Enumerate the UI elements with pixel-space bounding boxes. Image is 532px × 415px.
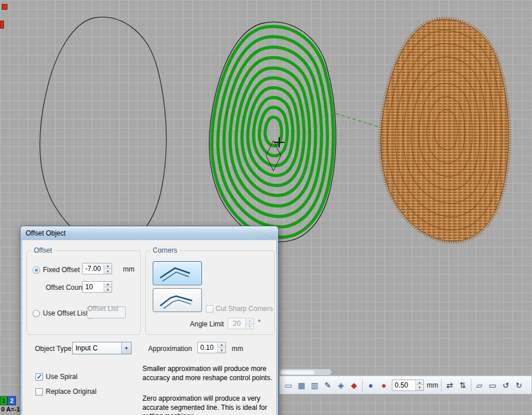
edit-nodes-icon[interactable]: ✎	[323, 380, 333, 390]
spin-up-icon[interactable]: ▲	[218, 342, 225, 348]
dialog-titlebar[interactable]: Offset Object	[21, 226, 278, 240]
toolbar-separator	[471, 379, 471, 392]
rotate-ccw-icon[interactable]: ↺	[501, 380, 511, 390]
outline-width-value: 0.50	[392, 380, 415, 390]
corners-group-label: Corners	[150, 246, 180, 254]
red-diamond-icon[interactable]: ◆	[349, 380, 359, 390]
spin-up-icon[interactable]: ▲	[416, 380, 423, 385]
replace-original-checkbox[interactable]	[35, 388, 43, 396]
blue-node-icon[interactable]: ●	[366, 380, 376, 390]
grid-icon[interactable]: ▦	[296, 380, 307, 390]
mirror-vertical-icon[interactable]: ⇅	[458, 380, 468, 390]
bevel-corner-button[interactable]	[153, 288, 202, 312]
approximation-label: Approximation	[148, 345, 192, 353]
scrollbar-thumb[interactable]	[281, 370, 315, 374]
spin-down-icon[interactable]: ▼	[104, 287, 112, 293]
diamond-icon[interactable]: ◈	[336, 380, 346, 390]
align-icon[interactable]: ▭	[283, 380, 293, 390]
red-node-icon[interactable]: ●	[379, 380, 389, 390]
sharp-corner-button[interactable]	[153, 261, 202, 285]
canvas-marker-icon	[0, 21, 4, 29]
toolbar-separator	[441, 379, 442, 392]
offset-count-label: Offset Count	[46, 284, 84, 292]
dialog-body: Offset Fixed Offset -7.00 ▲▼ mm Offset C…	[22, 240, 276, 415]
approximation-unit: mm	[232, 345, 243, 353]
skew-vertical-icon[interactable]: ▭	[487, 380, 498, 390]
approximation-note-2: Zero approximation will produce a very a…	[142, 394, 276, 415]
guideline-icon[interactable]: ▥	[309, 380, 320, 390]
rotate-cw-icon[interactable]: ↻	[514, 380, 524, 390]
corners-group: Corners Cut Sharp Corners Angle Limit	[145, 250, 275, 335]
bottom-toolbar: ▭ ▦ ▥ ✎ ◈ ◆ ● ● 0.50 ▲▼ mm ⇄ ⇅ ▱ ▭ ↺ ↻	[279, 376, 532, 394]
dialog-title: Offset Object	[26, 229, 66, 237]
offset-object-dialog: Offset Object Offset Fixed Offset -7.00 …	[20, 226, 279, 415]
spin-down-icon[interactable]: ▼	[104, 269, 112, 274]
fixed-offset-value: -7.00	[83, 264, 104, 274]
spin-down-icon[interactable]: ▼	[218, 348, 225, 353]
toolbar-separator	[362, 379, 363, 392]
use-spiral-checkbox[interactable]	[35, 373, 43, 381]
spin-down-icon[interactable]: ▼	[416, 385, 423, 390]
sharp-corner-icon	[157, 264, 198, 282]
stitched-shape[interactable]	[381, 19, 509, 241]
fixed-offset-stepper[interactable]: -7.00 ▲▼	[82, 263, 112, 274]
skew-horizontal-icon[interactable]: ▱	[474, 380, 485, 390]
chevron-down-icon[interactable]: ▼	[121, 342, 131, 354]
cut-sharp-corners-checkbox[interactable]	[206, 305, 213, 313]
use-spiral-label: Use Spiral	[46, 373, 77, 381]
offset-list-button[interactable]: Offset List ...	[87, 306, 126, 318]
fixed-offset-radio[interactable]	[33, 266, 40, 274]
offset-group: Offset Fixed Offset -7.00 ▲▼ mm Offset C…	[26, 250, 141, 335]
canvas-marker-icon	[2, 4, 7, 10]
replace-original-label: Replace Original	[46, 388, 97, 396]
bevel-corner-icon	[157, 291, 198, 309]
cut-sharp-corners-label: Cut Sharp Corners	[216, 305, 273, 313]
mirror-horizontal-icon[interactable]: ⇄	[444, 380, 455, 390]
object-type-value: Input C	[73, 344, 121, 352]
angle-limit-unit: °	[258, 318, 261, 326]
color-chip-1[interactable]: 1	[0, 396, 7, 405]
offset-count-stepper[interactable]: 10 ▲▼	[82, 281, 112, 293]
color-chip-2[interactable]: 2	[7, 396, 16, 405]
offset-count-value: 10	[83, 282, 104, 292]
spin-up-icon[interactable]: ▲	[104, 264, 112, 269]
approximation-value: 0.10	[198, 342, 217, 353]
use-offset-list-label: Use Offset List	[43, 309, 88, 317]
horizontal-scrollbar[interactable]	[279, 369, 332, 376]
object-type-dropdown[interactable]: Input C ▼	[72, 342, 132, 354]
approximation-stepper[interactable]: 0.10 ▲▼	[197, 342, 226, 353]
offset-spiral-shape[interactable]	[209, 22, 336, 242]
spin-down-icon[interactable]: ▼	[246, 324, 253, 329]
approximation-note-1: Smaller approximation will produce more …	[142, 365, 276, 382]
application-window: ▭ ▦ ▥ ✎ ◈ ◆ ● ● 0.50 ▲▼ mm ⇄ ⇅ ▱ ▭ ↺ ↻ 1…	[0, 0, 532, 415]
offset-group-label: Offset	[31, 246, 54, 254]
angle-limit-stepper[interactable]: 20 ▲▼	[228, 318, 254, 329]
spin-up-icon[interactable]: ▲	[104, 282, 112, 287]
angle-limit-label: Angle Limit	[190, 320, 224, 328]
use-offset-list-radio[interactable]	[33, 310, 40, 317]
object-type-label: Object Type	[35, 345, 72, 353]
fixed-offset-unit: mm	[123, 265, 134, 273]
outline-shape[interactable]	[40, 17, 166, 246]
spin-up-icon[interactable]: ▲	[246, 318, 253, 324]
outline-width-unit: mm	[427, 381, 438, 389]
angle-limit-value: 20	[228, 318, 245, 329]
fixed-offset-label: Fixed Offset	[43, 266, 80, 274]
outline-width-stepper[interactable]: 0.50 ▲▼	[392, 380, 424, 391]
